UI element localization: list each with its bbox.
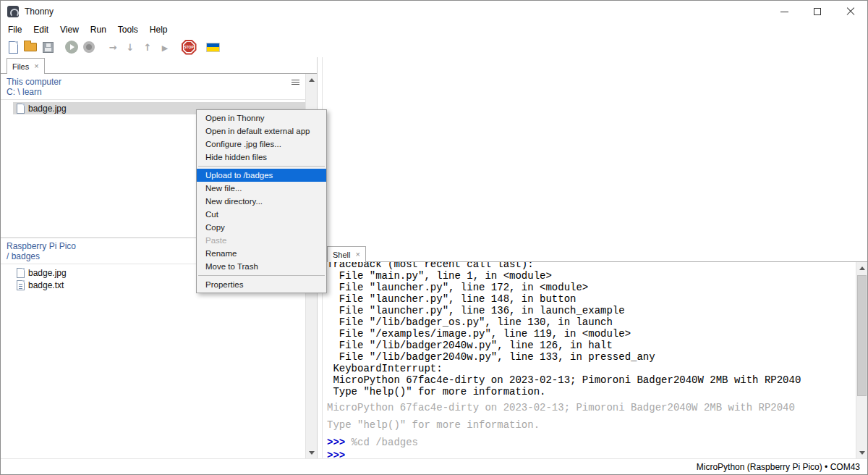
shell-line: File "/lib/badger_os.py", line 130, in l… bbox=[327, 316, 854, 328]
menu-bar: FileEditViewRunToolsHelp bbox=[1, 22, 867, 37]
shell-text: File "main.py", line 1, in <module> bbox=[327, 270, 552, 282]
tab-shell-label: Shell bbox=[333, 251, 350, 259]
shell-output: Traceback (most recent call last): File … bbox=[327, 261, 854, 458]
close-button[interactable] bbox=[834, 1, 867, 22]
debug-button[interactable] bbox=[81, 38, 97, 56]
context-item-properties[interactable]: Properties bbox=[197, 278, 326, 291]
context-item-new-directory[interactable]: New directory... bbox=[197, 195, 326, 208]
scrollbar-thumb[interactable] bbox=[857, 275, 867, 396]
shell-line: Type "help()" for more information. bbox=[327, 386, 854, 398]
shell-scrollbar[interactable] bbox=[856, 262, 867, 458]
shell-panel: Shell × Traceback (most recent call last… bbox=[323, 245, 867, 458]
shell-line: File "launcher.py", line 172, in <module… bbox=[327, 282, 854, 293]
close-icon bbox=[846, 7, 855, 16]
shell-line: >>> %cd /badges bbox=[327, 437, 854, 448]
shell-text: File "/lib/badger2040w.py", line 133, in… bbox=[327, 351, 655, 363]
local-files-path[interactable]: C: \ learn bbox=[7, 87, 299, 97]
save-file-button[interactable] bbox=[40, 38, 56, 56]
shell-text: File "/lib/badger2040w.py", line 126, in… bbox=[327, 340, 613, 351]
shell-text: File "/examples/image.py", line 119, in … bbox=[327, 328, 631, 340]
shell-line: File "/lib/badger2040w.py", line 126, in… bbox=[327, 340, 854, 351]
shell-line: >>> bbox=[327, 450, 854, 458]
file-context-menu: Open in ThonnyOpen in default external a… bbox=[196, 109, 327, 293]
shell-body[interactable]: Traceback (most recent call last): File … bbox=[323, 261, 867, 458]
maximize-button[interactable] bbox=[801, 1, 834, 22]
step-out-button[interactable] bbox=[140, 38, 156, 56]
tab-shell[interactable]: Shell × bbox=[327, 246, 366, 262]
open-file-button[interactable] bbox=[22, 38, 38, 56]
shell-text: File "launcher.py", line 136, in launch_… bbox=[327, 305, 625, 316]
minimize-icon bbox=[780, 12, 788, 12]
scroll-down-icon[interactable] bbox=[306, 447, 317, 458]
status-bar: MicroPython (Raspberry Pi Pico) • COM43 bbox=[1, 458, 867, 474]
shell-text: File "/lib/badger_os.py", line 130, in l… bbox=[327, 316, 613, 328]
new-file-button[interactable] bbox=[5, 38, 21, 56]
shell-line: File "main.py", line 1, in <module> bbox=[327, 270, 854, 282]
local-files-header: This computer C: \ learn bbox=[1, 74, 305, 100]
tab-files-close-icon[interactable]: × bbox=[34, 62, 38, 70]
save-icon bbox=[43, 42, 54, 53]
menu-help[interactable]: Help bbox=[144, 23, 174, 36]
minimize-button[interactable] bbox=[767, 1, 801, 22]
menu-tools[interactable]: Tools bbox=[112, 23, 144, 36]
stop-restart-button[interactable]: STOP bbox=[181, 38, 197, 56]
shell-line: File "/lib/badger2040w.py", line 133, in… bbox=[327, 351, 854, 363]
shell-line: File "/examples/image.py", line 119, in … bbox=[327, 328, 854, 340]
resume-icon bbox=[162, 43, 168, 52]
title-bar: Thonny bbox=[1, 1, 867, 22]
shell-line: File "launcher.py", line 136, in launch_… bbox=[327, 305, 854, 316]
image-file-icon bbox=[17, 268, 25, 278]
shell-line: File "launcher.py", line 148, in button bbox=[327, 293, 854, 305]
image-file-icon bbox=[17, 104, 25, 114]
step-over-button[interactable] bbox=[105, 38, 121, 56]
shell-text: MicroPython 67fac4e-dirty on 2023-02-13;… bbox=[327, 374, 801, 386]
run-button[interactable] bbox=[64, 38, 80, 56]
step-into-button[interactable] bbox=[122, 38, 138, 56]
step-into-icon bbox=[127, 43, 135, 52]
stop-icon: STOP bbox=[182, 40, 197, 55]
shell-text: File "launcher.py", line 172, in <module… bbox=[327, 282, 588, 293]
context-item-cut[interactable]: Cut bbox=[197, 208, 326, 221]
menu-separator bbox=[198, 275, 325, 276]
context-item-open-in-thonny[interactable]: Open in Thonny bbox=[197, 112, 326, 125]
tab-shell-close-icon[interactable]: × bbox=[355, 251, 359, 258]
interpreter-status[interactable]: MicroPython (Raspberry Pi Pico) • COM43 bbox=[697, 462, 860, 472]
context-item-rename[interactable]: Rename bbox=[197, 247, 326, 260]
window-title: Thonny bbox=[25, 7, 54, 17]
thonny-logo-icon bbox=[7, 6, 19, 17]
scroll-up-icon[interactable] bbox=[306, 74, 317, 85]
support-ukraine-button[interactable] bbox=[205, 38, 221, 56]
context-item-configure-jpg-files[interactable]: Configure .jpg files... bbox=[197, 138, 326, 151]
context-item-open-in-default-external-app[interactable]: Open in default external app bbox=[197, 125, 326, 138]
menu-edit[interactable]: Edit bbox=[27, 23, 54, 36]
shell-prompt: >>> bbox=[327, 450, 345, 458]
context-item-hide-hidden-files[interactable]: Hide hidden files bbox=[197, 151, 326, 164]
tab-files[interactable]: Files × bbox=[7, 58, 45, 74]
menu-run[interactable]: Run bbox=[85, 23, 112, 36]
shell-line: KeyboardInterrupt: bbox=[327, 363, 854, 374]
shell-line: Type "help()" for more information. bbox=[327, 419, 854, 431]
text-file-icon bbox=[17, 280, 25, 290]
files-menu-icon[interactable] bbox=[292, 82, 299, 83]
debug-icon bbox=[83, 41, 95, 53]
context-item-copy[interactable]: Copy bbox=[197, 221, 326, 234]
context-item-new-file[interactable]: New file... bbox=[197, 182, 326, 195]
resume-button[interactable] bbox=[157, 38, 173, 56]
shell-text: MicroPython 67fac4e-dirty on 2023-02-13;… bbox=[327, 402, 795, 413]
step-out-icon bbox=[144, 43, 152, 52]
shell-text: %cd /badges bbox=[352, 437, 418, 448]
scroll-up-icon[interactable] bbox=[856, 262, 867, 274]
scroll-down-icon[interactable] bbox=[856, 447, 867, 458]
menu-view[interactable]: View bbox=[54, 23, 85, 36]
maximize-icon bbox=[814, 8, 821, 15]
new-file-icon bbox=[9, 41, 18, 54]
context-item-upload-to-badges[interactable]: Upload to /badges bbox=[197, 169, 326, 182]
ukraine-flag-icon bbox=[206, 43, 220, 52]
menu-file[interactable]: File bbox=[2, 23, 27, 36]
shell-text: File "launcher.py", line 148, in button bbox=[327, 293, 576, 305]
shell-prompt: >>> bbox=[327, 437, 352, 448]
stop-icon-label: STOP bbox=[184, 45, 194, 49]
tab-files-label: Files bbox=[12, 62, 29, 71]
context-item-move-to-trash[interactable]: Move to Trash bbox=[197, 260, 326, 273]
window-controls bbox=[767, 1, 867, 22]
